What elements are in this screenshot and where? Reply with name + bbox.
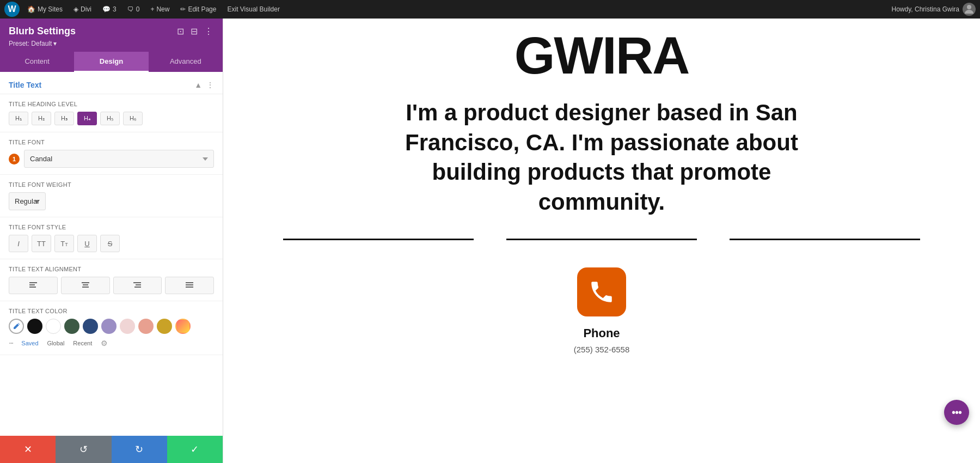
page-preview: GWIRA I'm a product designer based in Sa… bbox=[223, 19, 980, 463]
tab-content[interactable]: Content bbox=[0, 52, 74, 72]
home-icon: 🏠 bbox=[27, 5, 35, 13]
italic-button[interactable]: I bbox=[9, 235, 28, 252]
alignment-buttons bbox=[9, 277, 214, 294]
action-bar: ✕ ↺ ↻ ✓ bbox=[0, 436, 223, 463]
tagline: I'm a product designer based in San Fran… bbox=[384, 98, 819, 217]
svg-rect-6 bbox=[82, 287, 89, 288]
section-more-icon[interactable]: ⋮ bbox=[206, 81, 214, 89]
font-weight-label: Title Font Weight bbox=[9, 181, 214, 188]
gold-swatch[interactable] bbox=[157, 319, 172, 334]
divider-2 bbox=[506, 239, 697, 240]
svg-rect-11 bbox=[186, 284, 193, 285]
strikethrough-button[interactable]: S bbox=[100, 235, 120, 252]
cancel-button[interactable]: ✕ bbox=[0, 436, 56, 463]
text-alignment-setting: Title Text Alignment bbox=[0, 259, 223, 301]
dividers-row bbox=[256, 239, 947, 240]
expand-icon[interactable]: ⊡ bbox=[176, 25, 185, 38]
blurb-items: Phone (255) 352-6558 bbox=[256, 267, 947, 354]
caps-button[interactable]: TT bbox=[32, 235, 51, 252]
svg-rect-7 bbox=[133, 282, 141, 283]
blurb-phone-title: Phone bbox=[583, 326, 620, 340]
panel-tabs: Content Design Advanced bbox=[0, 52, 223, 72]
panel-header: Blurb Settings ⊡ ⊟ ⋮ Preset: Default ▾ bbox=[0, 19, 223, 52]
h6-button[interactable]: H₆ bbox=[123, 112, 143, 125]
comments-menu[interactable]: 💬 3 bbox=[98, 3, 121, 15]
black-swatch[interactable] bbox=[27, 319, 42, 334]
h1-button[interactable]: H₁ bbox=[9, 112, 28, 125]
preset-selector[interactable]: Preset: Default ▾ bbox=[9, 40, 214, 47]
font-style-label: Title Font Style bbox=[9, 224, 214, 230]
divider-3 bbox=[730, 239, 920, 240]
lavender-swatch[interactable] bbox=[101, 319, 117, 334]
align-left-button[interactable] bbox=[9, 277, 58, 294]
redo-button[interactable]: ↻ bbox=[112, 436, 167, 463]
svg-rect-9 bbox=[134, 287, 141, 288]
navy-swatch[interactable] bbox=[83, 319, 98, 334]
exit-visual-builder-button[interactable]: Exit Visual Builder bbox=[223, 3, 284, 15]
new-menu[interactable]: + New bbox=[146, 3, 174, 15]
more-colors-icon[interactable]: ··· bbox=[9, 338, 13, 348]
wordpress-icon[interactable]: W bbox=[4, 2, 20, 17]
align-right-button[interactable] bbox=[113, 277, 162, 294]
h2-button[interactable]: H₂ bbox=[32, 112, 51, 125]
preset-chevron-icon: ▾ bbox=[53, 40, 57, 47]
font-weight-setting: Title Font Weight Regular Light Bold bbox=[0, 175, 223, 217]
title-text-section-label: Title Text bbox=[9, 81, 41, 89]
font-selector[interactable]: Candal bbox=[24, 150, 214, 168]
title-font-setting: Title Font 1 Candal bbox=[0, 132, 223, 175]
h3-button[interactable]: H₃ bbox=[54, 112, 74, 125]
color-settings-icon[interactable]: ⚙ bbox=[101, 339, 108, 348]
panel-content: Title Text ▲ ⋮ Title Heading Level H₁ H₂… bbox=[0, 72, 223, 436]
messages-menu[interactable]: 🗨 0 bbox=[123, 3, 144, 15]
section-collapse-icon[interactable]: ▲ bbox=[194, 81, 202, 89]
svg-rect-2 bbox=[29, 284, 35, 285]
dark-green-swatch[interactable] bbox=[64, 319, 79, 334]
light-pink-swatch[interactable] bbox=[120, 319, 135, 334]
h4-button[interactable]: H₄ bbox=[77, 112, 97, 125]
my-sites-menu[interactable]: 🏠 My Sites bbox=[23, 3, 67, 15]
color-swatches bbox=[9, 319, 214, 334]
h5-button[interactable]: H₅ bbox=[100, 112, 120, 125]
font-badge: 1 bbox=[9, 154, 20, 165]
brand-name: GWIRA bbox=[256, 29, 947, 82]
more-icon[interactable]: ⋮ bbox=[203, 25, 214, 38]
saved-colors-label[interactable]: Saved bbox=[21, 340, 38, 346]
svg-rect-10 bbox=[186, 282, 193, 283]
blurb-phone-text: (255) 352-6558 bbox=[574, 345, 630, 354]
edit-page-button[interactable]: ✏ Edit Page bbox=[176, 3, 220, 15]
admin-bar: W 🏠 My Sites ◈ Divi 💬 3 🗨 0 + New ✏ Edit… bbox=[0, 0, 980, 19]
divi-icon: ◈ bbox=[74, 5, 78, 13]
title-text-section: Title Text ▲ ⋮ bbox=[0, 72, 223, 94]
svg-point-0 bbox=[967, 5, 971, 9]
svg-rect-3 bbox=[29, 287, 36, 288]
floating-more-button[interactable]: ••• bbox=[944, 400, 969, 425]
title-font-label: Title Font bbox=[9, 139, 214, 145]
comment-icon: 💬 bbox=[102, 5, 111, 13]
global-colors-label[interactable]: Global bbox=[47, 340, 65, 346]
undo-button[interactable]: ↺ bbox=[56, 436, 111, 463]
user-avatar[interactable] bbox=[963, 3, 976, 16]
tab-design[interactable]: Design bbox=[74, 52, 148, 72]
blurb-settings-panel: Blurb Settings ⊡ ⊟ ⋮ Preset: Default ▾ C… bbox=[0, 19, 223, 463]
phone-icon-container bbox=[577, 267, 626, 316]
gradient-swatch[interactable] bbox=[175, 319, 191, 334]
recent-colors-label[interactable]: Recent bbox=[73, 340, 92, 346]
panel-header-icons: ⊡ ⊟ ⋮ bbox=[176, 25, 214, 38]
underline-button[interactable]: U bbox=[77, 235, 97, 252]
svg-rect-12 bbox=[186, 287, 193, 288]
salmon-swatch[interactable] bbox=[138, 319, 154, 334]
align-center-button[interactable] bbox=[61, 277, 110, 294]
pencil-icon: ✏ bbox=[180, 5, 186, 13]
panel-title: Blurb Settings bbox=[9, 26, 76, 37]
align-justify-button[interactable] bbox=[165, 277, 214, 294]
layout-icon[interactable]: ⊟ bbox=[189, 25, 199, 38]
save-button[interactable]: ✓ bbox=[167, 436, 223, 463]
color-picker-button[interactable] bbox=[9, 319, 24, 334]
tab-advanced[interactable]: Advanced bbox=[149, 52, 223, 72]
white-swatch[interactable] bbox=[46, 319, 61, 334]
divi-menu[interactable]: ◈ Divi bbox=[69, 3, 96, 15]
font-weight-selector[interactable]: Regular Light Bold bbox=[9, 192, 46, 210]
color-labels: ··· Saved Global Recent ⚙ bbox=[9, 338, 214, 348]
small-caps-button[interactable]: Tt bbox=[54, 235, 74, 252]
admin-bar-right: Howdy, Christina Gwira bbox=[892, 3, 976, 16]
